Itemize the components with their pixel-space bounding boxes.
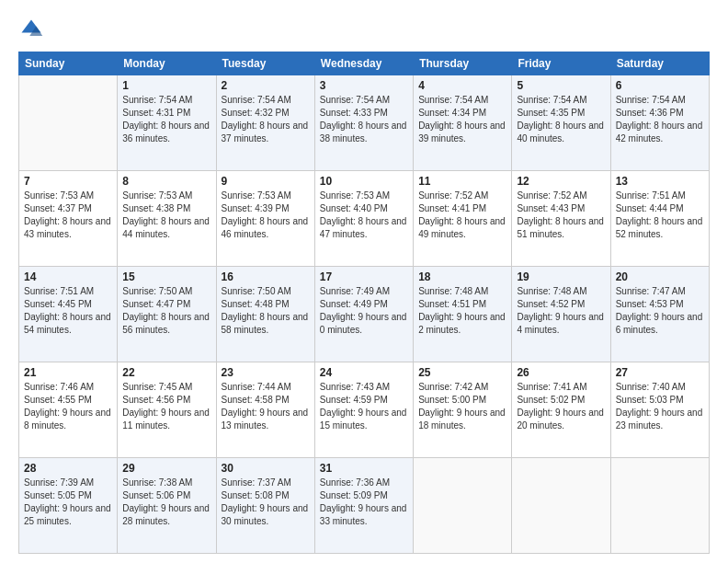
day-number: 5 <box>517 79 605 92</box>
day-number: 14 <box>24 270 112 283</box>
calendar-cell: 22Sunrise: 7:45 AMSunset: 4:56 PMDayligh… <box>118 362 216 458</box>
day-of-week-header: Wednesday <box>314 52 413 75</box>
day-number: 12 <box>517 175 605 188</box>
day-info: Sunrise: 7:37 AMSunset: 5:08 PMDaylight:… <box>222 477 310 528</box>
day-info: Sunrise: 7:53 AMSunset: 4:38 PMDaylight:… <box>122 190 210 241</box>
calendar-cell: 9Sunrise: 7:53 AMSunset: 4:39 PMDaylight… <box>216 171 314 267</box>
day-info: Sunrise: 7:38 AMSunset: 5:06 PMDaylight:… <box>122 477 210 528</box>
calendar-header: SundayMondayTuesdayWednesdayThursdayFrid… <box>19 52 710 75</box>
day-info: Sunrise: 7:54 AMSunset: 4:31 PMDaylight:… <box>122 94 210 145</box>
day-number: 9 <box>222 175 310 188</box>
day-info: Sunrise: 7:52 AMSunset: 4:41 PMDaylight:… <box>418 190 506 241</box>
calendar-cell: 14Sunrise: 7:51 AMSunset: 4:45 PMDayligh… <box>19 267 118 362</box>
calendar-cell: 27Sunrise: 7:40 AMSunset: 5:03 PMDayligh… <box>610 362 709 458</box>
calendar-week-row: 1Sunrise: 7:54 AMSunset: 4:31 PMDaylight… <box>19 75 710 171</box>
calendar-cell: 20Sunrise: 7:47 AMSunset: 4:53 PMDayligh… <box>610 267 709 362</box>
day-number: 31 <box>320 462 408 475</box>
day-number: 10 <box>320 175 408 188</box>
day-number: 16 <box>222 270 310 283</box>
calendar-body: 1Sunrise: 7:54 AMSunset: 4:31 PMDaylight… <box>19 75 710 554</box>
day-number: 26 <box>517 366 605 379</box>
calendar-cell: 28Sunrise: 7:39 AMSunset: 5:05 PMDayligh… <box>19 458 118 554</box>
day-info: Sunrise: 7:54 AMSunset: 4:33 PMDaylight:… <box>320 94 408 145</box>
logo <box>18 17 48 42</box>
day-number: 1 <box>122 79 210 92</box>
day-of-week-header: Sunday <box>19 52 118 75</box>
day-info: Sunrise: 7:51 AMSunset: 4:45 PMDaylight:… <box>24 285 112 337</box>
day-info: Sunrise: 7:51 AMSunset: 4:44 PMDaylight:… <box>616 190 704 241</box>
calendar-cell: 1Sunrise: 7:54 AMSunset: 4:31 PMDaylight… <box>118 75 216 171</box>
day-info: Sunrise: 7:54 AMSunset: 4:34 PMDaylight:… <box>418 94 506 145</box>
calendar-cell <box>512 458 610 554</box>
day-info: Sunrise: 7:49 AMSunset: 4:49 PMDaylight:… <box>320 285 408 337</box>
calendar-cell: 3Sunrise: 7:54 AMSunset: 4:33 PMDaylight… <box>314 75 413 171</box>
day-info: Sunrise: 7:48 AMSunset: 4:51 PMDaylight:… <box>418 285 506 337</box>
day-info: Sunrise: 7:53 AMSunset: 4:37 PMDaylight:… <box>24 190 112 241</box>
calendar-cell: 21Sunrise: 7:46 AMSunset: 4:55 PMDayligh… <box>19 362 118 458</box>
page: SundayMondayTuesdayWednesdayThursdayFrid… <box>0 0 728 563</box>
day-of-week-header: Thursday <box>414 52 512 75</box>
day-number: 21 <box>24 366 112 379</box>
calendar-cell: 2Sunrise: 7:54 AMSunset: 4:32 PMDaylight… <box>216 75 314 171</box>
day-info: Sunrise: 7:50 AMSunset: 4:48 PMDaylight:… <box>222 285 310 337</box>
day-of-week-header: Monday <box>118 52 216 75</box>
day-info: Sunrise: 7:42 AMSunset: 5:00 PMDaylight:… <box>418 381 506 432</box>
calendar-cell: 31Sunrise: 7:36 AMSunset: 5:09 PMDayligh… <box>314 458 413 554</box>
day-info: Sunrise: 7:53 AMSunset: 4:39 PMDaylight:… <box>222 190 310 241</box>
day-number: 13 <box>616 175 704 188</box>
day-number: 17 <box>320 270 408 283</box>
calendar-cell: 18Sunrise: 7:48 AMSunset: 4:51 PMDayligh… <box>414 267 512 362</box>
calendar-cell: 7Sunrise: 7:53 AMSunset: 4:37 PMDaylight… <box>19 171 118 267</box>
day-number: 29 <box>122 462 210 475</box>
calendar-cell: 10Sunrise: 7:53 AMSunset: 4:40 PMDayligh… <box>314 171 413 267</box>
calendar-cell: 11Sunrise: 7:52 AMSunset: 4:41 PMDayligh… <box>414 171 512 267</box>
calendar-cell <box>19 75 118 171</box>
calendar-week-row: 14Sunrise: 7:51 AMSunset: 4:45 PMDayligh… <box>19 267 710 362</box>
calendar-cell: 25Sunrise: 7:42 AMSunset: 5:00 PMDayligh… <box>414 362 512 458</box>
calendar-cell: 23Sunrise: 7:44 AMSunset: 4:58 PMDayligh… <box>216 362 314 458</box>
day-info: Sunrise: 7:54 AMSunset: 4:36 PMDaylight:… <box>616 94 704 145</box>
day-info: Sunrise: 7:46 AMSunset: 4:55 PMDaylight:… <box>24 381 112 432</box>
calendar-cell: 15Sunrise: 7:50 AMSunset: 4:47 PMDayligh… <box>118 267 216 362</box>
logo-icon <box>18 17 44 42</box>
day-info: Sunrise: 7:43 AMSunset: 4:59 PMDaylight:… <box>320 381 408 432</box>
calendar-week-row: 28Sunrise: 7:39 AMSunset: 5:05 PMDayligh… <box>19 458 710 554</box>
day-of-week-header: Friday <box>512 52 610 75</box>
day-number: 8 <box>122 175 210 188</box>
day-number: 22 <box>122 366 210 379</box>
calendar-cell: 12Sunrise: 7:52 AMSunset: 4:43 PMDayligh… <box>512 171 610 267</box>
day-info: Sunrise: 7:44 AMSunset: 4:58 PMDaylight:… <box>222 381 310 432</box>
day-number: 6 <box>616 79 704 92</box>
day-info: Sunrise: 7:41 AMSunset: 5:02 PMDaylight:… <box>517 381 605 432</box>
calendar-cell: 5Sunrise: 7:54 AMSunset: 4:35 PMDaylight… <box>512 75 610 171</box>
header <box>18 17 710 42</box>
calendar-cell: 19Sunrise: 7:48 AMSunset: 4:52 PMDayligh… <box>512 267 610 362</box>
day-number: 7 <box>24 175 112 188</box>
calendar: SundayMondayTuesdayWednesdayThursdayFrid… <box>18 52 710 554</box>
calendar-cell: 4Sunrise: 7:54 AMSunset: 4:34 PMDaylight… <box>414 75 512 171</box>
day-number: 15 <box>122 270 210 283</box>
calendar-cell: 26Sunrise: 7:41 AMSunset: 5:02 PMDayligh… <box>512 362 610 458</box>
calendar-cell: 24Sunrise: 7:43 AMSunset: 4:59 PMDayligh… <box>314 362 413 458</box>
day-number: 20 <box>616 270 704 283</box>
day-info: Sunrise: 7:47 AMSunset: 4:53 PMDaylight:… <box>616 285 704 337</box>
day-number: 3 <box>320 79 408 92</box>
day-info: Sunrise: 7:54 AMSunset: 4:35 PMDaylight:… <box>517 94 605 145</box>
day-info: Sunrise: 7:48 AMSunset: 4:52 PMDaylight:… <box>517 285 605 337</box>
day-info: Sunrise: 7:50 AMSunset: 4:47 PMDaylight:… <box>122 285 210 337</box>
calendar-cell <box>414 458 512 554</box>
day-of-week-header: Saturday <box>610 52 709 75</box>
day-info: Sunrise: 7:39 AMSunset: 5:05 PMDaylight:… <box>24 477 112 528</box>
calendar-cell: 16Sunrise: 7:50 AMSunset: 4:48 PMDayligh… <box>216 267 314 362</box>
day-number: 25 <box>418 366 506 379</box>
day-number: 18 <box>418 270 506 283</box>
day-info: Sunrise: 7:52 AMSunset: 4:43 PMDaylight:… <box>517 190 605 241</box>
day-number: 27 <box>616 366 704 379</box>
day-number: 2 <box>222 79 310 92</box>
day-number: 23 <box>222 366 310 379</box>
calendar-cell: 17Sunrise: 7:49 AMSunset: 4:49 PMDayligh… <box>314 267 413 362</box>
calendar-cell: 29Sunrise: 7:38 AMSunset: 5:06 PMDayligh… <box>118 458 216 554</box>
day-number: 24 <box>320 366 408 379</box>
day-number: 30 <box>222 462 310 475</box>
day-number: 19 <box>517 270 605 283</box>
